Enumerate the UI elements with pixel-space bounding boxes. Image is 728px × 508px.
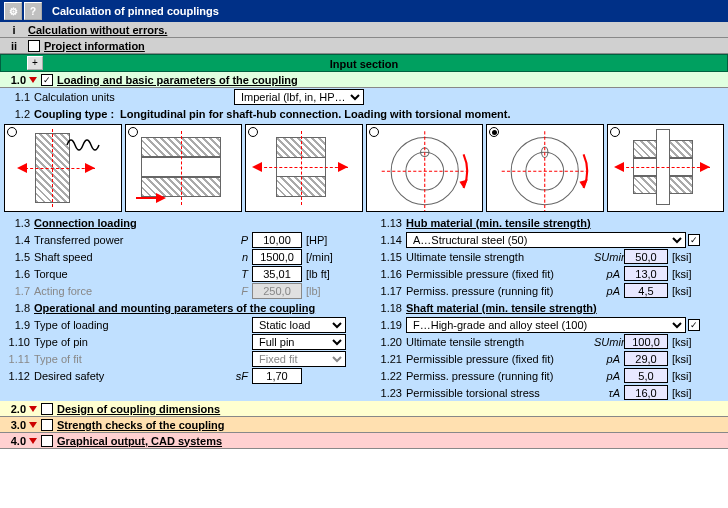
section-marker-icon	[29, 77, 37, 83]
project-info-checkbox[interactable]	[28, 40, 40, 52]
shaft-torsional-value: 16,0	[624, 385, 668, 400]
hub-material-select[interactable]: A…Structural steel (50)	[406, 232, 686, 248]
status-row-i: i Calculation without errors.	[0, 22, 728, 38]
shaft-material-select[interactable]: F…High-grade and alloy steel (100)	[406, 317, 686, 333]
svg-marker-5	[459, 180, 467, 188]
sec40-checkbox[interactable]	[41, 435, 53, 447]
section-4-0[interactable]: 4.0 Graphical output, CAD systems	[0, 433, 728, 449]
shaft-material-checkbox[interactable]: ✓	[688, 319, 700, 331]
hub-pressure-running-value: 4,5	[624, 283, 668, 298]
row-calculation-units: 1.1 Calculation units Imperial (lbf, in,…	[0, 88, 728, 105]
hub-material-header: Hub material (min. tensile strength)	[406, 217, 591, 229]
shaft-pressure-fixed-value: 29,0	[624, 351, 668, 366]
section-marker-icon	[29, 438, 37, 444]
hub-pressure-fixed-value: 13,0	[624, 266, 668, 281]
sec30-checkbox[interactable]	[41, 419, 53, 431]
section-marker-icon	[29, 422, 37, 428]
section-1-0[interactable]: 1.0 ✓ Loading and basic parameters of th…	[0, 72, 728, 88]
section-2-0[interactable]: 2.0 Design of coupling dimensions	[0, 401, 728, 417]
coupling-option-1[interactable]	[4, 124, 122, 212]
shaft-tensile-value: 100,0	[624, 334, 668, 349]
help-button[interactable]: ?	[24, 2, 42, 20]
sec10-checkbox[interactable]: ✓	[41, 74, 53, 86]
row-coupling-type: 1.2 Coupling type : Longitudinal pin for…	[0, 105, 728, 122]
coupling-option-4[interactable]	[366, 124, 484, 212]
acting-force-input	[252, 283, 302, 299]
transferred-power-input[interactable]	[252, 232, 302, 248]
torque-input[interactable]	[252, 266, 302, 282]
expand-button[interactable]: +	[27, 56, 43, 70]
calculation-units-select[interactable]: Imperial (lbf, in, HP…)	[234, 89, 364, 105]
status-row-ii: ii Project information	[0, 38, 728, 54]
coupling-option-2[interactable]	[125, 124, 243, 212]
coupling-option-5[interactable]	[486, 124, 604, 212]
svg-marker-11	[579, 180, 587, 188]
type-of-pin-select[interactable]: Full pin	[252, 334, 346, 350]
app-icon[interactable]: ⚙	[4, 2, 22, 20]
hub-material-checkbox[interactable]: ✓	[688, 234, 700, 246]
operational-params-header: Operational and mounting parameters of t…	[34, 302, 315, 314]
status-label: Calculation without errors.	[28, 24, 167, 36]
hub-tensile-value: 50,0	[624, 249, 668, 264]
sec20-checkbox[interactable]	[41, 403, 53, 415]
input-section-header: + Input section	[0, 54, 728, 72]
coupling-type-diagrams	[0, 122, 728, 214]
type-of-loading-select[interactable]: Static load	[252, 317, 346, 333]
shaft-pressure-running-value: 5,0	[624, 368, 668, 383]
desired-safety-input[interactable]	[252, 368, 302, 384]
title: Calculation of pinned couplings	[52, 5, 219, 17]
type-of-fit-select: Fixed fit	[252, 351, 346, 367]
connection-loading-header: Connection loading	[34, 217, 137, 229]
shaft-material-header: Shaft material (min. tensile strength)	[406, 302, 597, 314]
coupling-option-3[interactable]	[245, 124, 363, 212]
titlebar: ⚙ ? Calculation of pinned couplings	[0, 0, 728, 22]
section-3-0[interactable]: 3.0 Strength checks of the coupling	[0, 417, 728, 433]
status-label: Project information	[44, 40, 145, 52]
section-marker-icon	[29, 406, 37, 412]
shaft-speed-input[interactable]	[252, 249, 302, 265]
coupling-option-6[interactable]	[607, 124, 725, 212]
